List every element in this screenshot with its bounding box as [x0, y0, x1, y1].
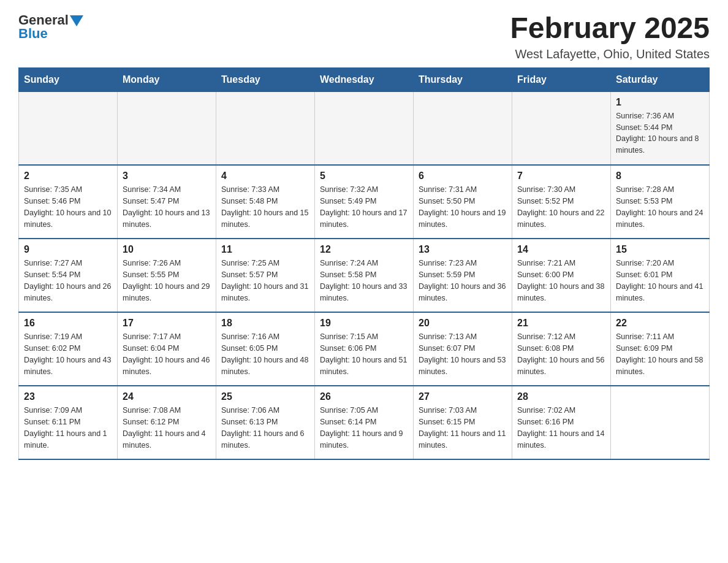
day-number: 24	[123, 391, 211, 402]
day-number: 26	[320, 391, 408, 402]
calendar-cell: 17Sunrise: 7:17 AMSunset: 6:04 PMDayligh…	[118, 312, 216, 386]
calendar-cell: 19Sunrise: 7:15 AMSunset: 6:06 PMDayligh…	[315, 312, 414, 386]
day-number: 14	[517, 244, 605, 255]
day-number: 11	[221, 244, 309, 255]
page-header: General Blue February 2025 West Lafayett…	[18, 12, 710, 61]
svg-marker-0	[70, 15, 83, 26]
calendar-cell	[216, 91, 315, 165]
calendar-cell	[512, 91, 611, 165]
sun-info: Sunrise: 7:09 AMSunset: 6:11 PMDaylight:…	[24, 405, 112, 451]
calendar-cell	[118, 91, 216, 165]
day-number: 1	[616, 97, 704, 108]
calendar-cell: 14Sunrise: 7:21 AMSunset: 6:00 PMDayligh…	[512, 239, 611, 312]
day-number: 22	[616, 318, 704, 329]
calendar-cell	[19, 91, 118, 165]
calendar-cell: 1Sunrise: 7:36 AMSunset: 5:44 PMDaylight…	[611, 91, 710, 165]
logo: General Blue	[18, 12, 83, 42]
sun-info: Sunrise: 7:03 AMSunset: 6:15 PMDaylight:…	[419, 405, 507, 451]
calendar-cell: 9Sunrise: 7:27 AMSunset: 5:54 PMDaylight…	[19, 239, 118, 312]
sun-info: Sunrise: 7:19 AMSunset: 6:02 PMDaylight:…	[24, 331, 112, 377]
calendar-cell: 13Sunrise: 7:23 AMSunset: 5:59 PMDayligh…	[414, 239, 512, 312]
day-number: 23	[24, 391, 112, 402]
sun-info: Sunrise: 7:16 AMSunset: 6:05 PMDaylight:…	[221, 331, 309, 377]
sun-info: Sunrise: 7:30 AMSunset: 5:52 PMDaylight:…	[517, 184, 605, 230]
month-title: February 2025	[510, 12, 710, 45]
calendar-cell: 4Sunrise: 7:33 AMSunset: 5:48 PMDaylight…	[216, 165, 315, 239]
calendar-cell: 8Sunrise: 7:28 AMSunset: 5:53 PMDaylight…	[611, 165, 710, 239]
calendar-cell: 11Sunrise: 7:25 AMSunset: 5:57 PMDayligh…	[216, 239, 315, 312]
calendar-header-sunday: Sunday	[19, 67, 118, 91]
calendar-header-friday: Friday	[512, 67, 611, 91]
location-subtitle: West Lafayette, Ohio, United States	[510, 47, 710, 61]
calendar-cell: 28Sunrise: 7:02 AMSunset: 6:16 PMDayligh…	[512, 386, 611, 459]
calendar-cell: 22Sunrise: 7:11 AMSunset: 6:09 PMDayligh…	[611, 312, 710, 386]
day-number: 20	[419, 318, 507, 329]
sun-info: Sunrise: 7:13 AMSunset: 6:07 PMDaylight:…	[419, 331, 507, 377]
sun-info: Sunrise: 7:28 AMSunset: 5:53 PMDaylight:…	[616, 184, 704, 230]
day-number: 7	[517, 170, 605, 182]
logo-blue-text: Blue	[18, 26, 48, 42]
calendar-cell: 18Sunrise: 7:16 AMSunset: 6:05 PMDayligh…	[216, 312, 315, 386]
day-number: 27	[419, 391, 507, 402]
calendar-header-tuesday: Tuesday	[216, 67, 315, 91]
calendar-week-row: 9Sunrise: 7:27 AMSunset: 5:54 PMDaylight…	[19, 239, 710, 312]
day-number: 3	[123, 170, 211, 182]
sun-info: Sunrise: 7:15 AMSunset: 6:06 PMDaylight:…	[320, 331, 408, 377]
day-number: 19	[320, 318, 408, 329]
day-number: 17	[123, 318, 211, 329]
sun-info: Sunrise: 7:06 AMSunset: 6:13 PMDaylight:…	[221, 405, 309, 451]
day-number: 8	[616, 170, 704, 182]
day-number: 16	[24, 318, 112, 329]
calendar-cell: 7Sunrise: 7:30 AMSunset: 5:52 PMDaylight…	[512, 165, 611, 239]
sun-info: Sunrise: 7:20 AMSunset: 6:01 PMDaylight:…	[616, 258, 704, 304]
day-number: 4	[221, 170, 309, 182]
calendar-cell: 27Sunrise: 7:03 AMSunset: 6:15 PMDayligh…	[414, 386, 512, 459]
sun-info: Sunrise: 7:33 AMSunset: 5:48 PMDaylight:…	[221, 184, 309, 230]
sun-info: Sunrise: 7:36 AMSunset: 5:44 PMDaylight:…	[616, 110, 704, 156]
calendar-week-row: 1Sunrise: 7:36 AMSunset: 5:44 PMDaylight…	[19, 91, 710, 165]
day-number: 6	[419, 170, 507, 182]
sun-info: Sunrise: 7:27 AMSunset: 5:54 PMDaylight:…	[24, 258, 112, 304]
title-block: February 2025 West Lafayette, Ohio, Unit…	[510, 12, 710, 61]
calendar-cell: 2Sunrise: 7:35 AMSunset: 5:46 PMDaylight…	[19, 165, 118, 239]
calendar-cell: 12Sunrise: 7:24 AMSunset: 5:58 PMDayligh…	[315, 239, 414, 312]
calendar-cell: 6Sunrise: 7:31 AMSunset: 5:50 PMDaylight…	[414, 165, 512, 239]
day-number: 21	[517, 318, 605, 329]
sun-info: Sunrise: 7:25 AMSunset: 5:57 PMDaylight:…	[221, 258, 309, 304]
logo-triangle-icon	[70, 15, 83, 26]
sun-info: Sunrise: 7:23 AMSunset: 5:59 PMDaylight:…	[419, 258, 507, 304]
calendar-header-row: SundayMondayTuesdayWednesdayThursdayFrid…	[19, 67, 710, 91]
day-number: 2	[24, 170, 112, 182]
day-number: 25	[221, 391, 309, 402]
sun-info: Sunrise: 7:17 AMSunset: 6:04 PMDaylight:…	[123, 331, 211, 377]
day-number: 28	[517, 391, 605, 402]
sun-info: Sunrise: 7:26 AMSunset: 5:55 PMDaylight:…	[123, 258, 211, 304]
calendar-cell: 21Sunrise: 7:12 AMSunset: 6:08 PMDayligh…	[512, 312, 611, 386]
calendar-cell: 26Sunrise: 7:05 AMSunset: 6:14 PMDayligh…	[315, 386, 414, 459]
calendar-week-row: 16Sunrise: 7:19 AMSunset: 6:02 PMDayligh…	[19, 312, 710, 386]
sun-info: Sunrise: 7:02 AMSunset: 6:16 PMDaylight:…	[517, 405, 605, 451]
calendar-header-thursday: Thursday	[414, 67, 512, 91]
day-number: 12	[320, 244, 408, 255]
sun-info: Sunrise: 7:12 AMSunset: 6:08 PMDaylight:…	[517, 331, 605, 377]
calendar-cell: 25Sunrise: 7:06 AMSunset: 6:13 PMDayligh…	[216, 386, 315, 459]
calendar-cell: 5Sunrise: 7:32 AMSunset: 5:49 PMDaylight…	[315, 165, 414, 239]
calendar-cell: 15Sunrise: 7:20 AMSunset: 6:01 PMDayligh…	[611, 239, 710, 312]
calendar-header-saturday: Saturday	[611, 67, 710, 91]
sun-info: Sunrise: 7:31 AMSunset: 5:50 PMDaylight:…	[419, 184, 507, 230]
calendar-header-wednesday: Wednesday	[315, 67, 414, 91]
day-number: 5	[320, 170, 408, 182]
calendar-table: SundayMondayTuesdayWednesdayThursdayFrid…	[18, 67, 710, 461]
calendar-cell: 10Sunrise: 7:26 AMSunset: 5:55 PMDayligh…	[118, 239, 216, 312]
calendar-week-row: 2Sunrise: 7:35 AMSunset: 5:46 PMDaylight…	[19, 165, 710, 239]
calendar-cell	[414, 91, 512, 165]
day-number: 13	[419, 244, 507, 255]
day-number: 10	[123, 244, 211, 255]
sun-info: Sunrise: 7:05 AMSunset: 6:14 PMDaylight:…	[320, 405, 408, 451]
calendar-cell: 23Sunrise: 7:09 AMSunset: 6:11 PMDayligh…	[19, 386, 118, 459]
sun-info: Sunrise: 7:24 AMSunset: 5:58 PMDaylight:…	[320, 258, 408, 304]
sun-info: Sunrise: 7:11 AMSunset: 6:09 PMDaylight:…	[616, 331, 704, 377]
calendar-week-row: 23Sunrise: 7:09 AMSunset: 6:11 PMDayligh…	[19, 386, 710, 459]
sun-info: Sunrise: 7:32 AMSunset: 5:49 PMDaylight:…	[320, 184, 408, 230]
calendar-cell	[315, 91, 414, 165]
